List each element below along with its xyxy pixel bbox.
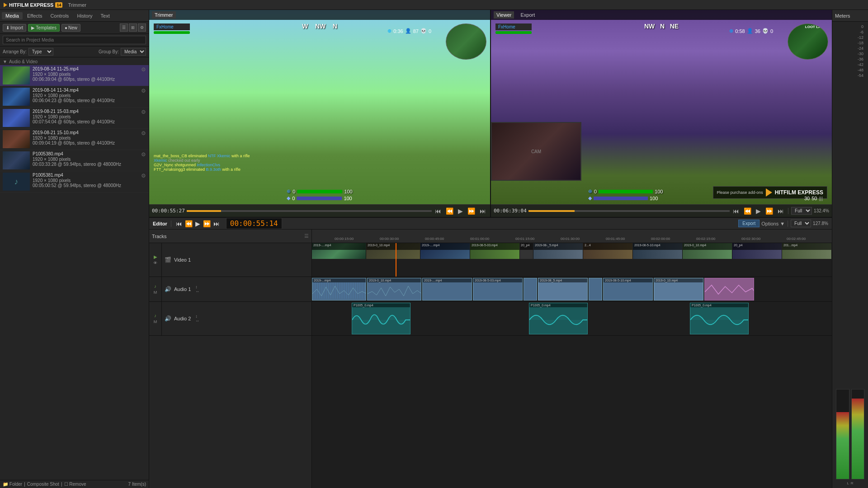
file-info: 2019-08-21 15-03.mp4 868 × 488 pixels …: [33, 109, 138, 124]
step-fwd-btn[interactable]: ⏩: [466, 207, 476, 215]
viewer-play-back[interactable]: ⏮: [731, 207, 741, 215]
import-button[interactable]: ⬇ Import: [3, 24, 26, 32]
file-settings-icon[interactable]: ⚙: [141, 151, 146, 158]
viewer-storm-timer: ⊕0:58 👤36 💀0: [729, 28, 773, 34]
viewer-step-fwd[interactable]: ⏩: [764, 207, 774, 215]
editor-step-fwd[interactable]: ⏩: [202, 220, 212, 227]
view-icons: ☰ ⊞ ⚙: [120, 23, 146, 32]
file-settings-icon[interactable]: ⚙: [141, 130, 146, 136]
viewers: Trimmer FxHome W NW N mat_the_boss_CB e: [149, 10, 832, 218]
play-btn[interactable]: ▶: [457, 207, 464, 215]
audio-clip[interactable]: 2019-...mp4: [312, 278, 366, 300]
viewer-play-end[interactable]: ⏭: [776, 207, 785, 215]
time-mark: 00:00:30:00: [380, 237, 399, 241]
arrange-select[interactable]: TypeName: [28, 48, 53, 56]
audio-clip[interactable]: 2019-....mp4: [422, 278, 472, 300]
export-tab[interactable]: Export: [518, 11, 538, 19]
audio-clip[interactable]: [704, 278, 754, 300]
tracks-menu[interactable]: ☰: [304, 233, 309, 239]
list-view-btn[interactable]: ☰: [120, 23, 128, 32]
file-settings-icon[interactable]: ⚙: [141, 109, 146, 115]
tab-controls[interactable]: Controls: [47, 12, 72, 19]
expand-icon[interactable]: ▼: [3, 59, 7, 64]
filename: P1005380.mp4: [33, 151, 138, 156]
audio2-label-row: 🔊 Audio 2 ↕ ↔: [162, 302, 311, 336]
app-title: HITFILM EXPRESS: [9, 2, 53, 8]
editor-play-end[interactable]: ⏭: [212, 220, 221, 227]
file-thumb: [3, 151, 30, 169]
audio-clip[interactable]: 2019-0_10.mp4: [367, 278, 421, 300]
tab-text[interactable]: Text: [97, 12, 113, 19]
video-track[interactable]: 2019-....mp4 2019-0_10.mp4 2019-....mp4 …: [312, 243, 832, 277]
meter-scale-labels: 0 -6 -12 -18 -24 -30 -36 -42 -48 -54: [835, 24, 863, 78]
file-thumb: [3, 109, 30, 127]
trimmer-timecode: 00:00:55:27: [152, 208, 185, 214]
file-info: P1005380.mp4 868 × 488 pixels 00:03:33…: [33, 151, 138, 167]
audio-clip[interactable]: 2019-08_5.mp4: [538, 278, 588, 300]
left-panel: Media Effects Controls History Text ⬇ Im…: [0, 10, 149, 488]
webcam-overlay: CAM: [491, 122, 581, 181]
clip-label: 2019-....mp4: [312, 243, 366, 250]
file-item[interactable]: 2019-08-14 11-34.mp4 868 × 488 pixels …: [0, 86, 149, 108]
video-track-eye[interactable]: 👁: [153, 261, 157, 265]
options-label[interactable]: Options ▼: [761, 221, 785, 226]
templates-button[interactable]: ▶ Templates: [28, 24, 60, 32]
editor-quality[interactable]: Full: [791, 220, 811, 227]
audio2-track[interactable]: P1005_0.mp4 P1005_0.mp4 P1: [312, 302, 832, 336]
audio-clip[interactable]: [589, 278, 602, 300]
video-track-row: ▶ 👁 🎬 Video 1: [149, 243, 311, 277]
viewer-play[interactable]: ▶: [755, 207, 762, 215]
audio2-clip[interactable]: P1005_0.mp4: [352, 303, 410, 334]
composite-shot-btn[interactable]: Composite Shot: [27, 482, 59, 487]
file-settings-icon[interactable]: ⚙: [141, 173, 146, 179]
search-input[interactable]: [3, 36, 146, 44]
time-mark: 00:01:45:00: [606, 237, 625, 241]
remove-btn[interactable]: ☐ Remove: [64, 482, 86, 487]
panel-tabs: Media Effects Controls History Text: [0, 10, 149, 22]
viewer-tab[interactable]: Viewer: [494, 11, 514, 19]
tab-effects[interactable]: Effects: [24, 12, 46, 19]
play-back-btn[interactable]: ⏮: [434, 207, 443, 215]
file-item[interactable]: 2019-08-14 11-25.mp4 868 × 488 pixels …: [0, 65, 149, 86]
trimmer-controls: 00:00:55:27 ⏮ ⏪ ▶ ⏩ ⏭: [149, 204, 490, 217]
audio-clip[interactable]: 2019-08-5-03.mp4: [473, 278, 523, 300]
group-select[interactable]: MediaNone: [121, 48, 146, 56]
arrange-bar: Arrange By: TypeName Group By: MediaNone: [0, 47, 149, 57]
trimmer-tab[interactable]: Trimmer: [152, 11, 176, 19]
audio1-mute[interactable]: M: [154, 290, 157, 295]
step-back-btn[interactable]: ⏪: [444, 207, 455, 215]
audio1-track[interactable]: 2019-...mp4 2019-0_10.mp4: [312, 277, 832, 302]
file-item[interactable]: 2019-08-21 15-10.mp4 868 × 488 pixels …: [0, 129, 149, 150]
file-settings-icon[interactable]: ⚙: [141, 88, 146, 94]
audio2-mute[interactable]: M: [154, 319, 157, 324]
settings-icon[interactable]: ⚙: [138, 23, 146, 32]
audio2-clip[interactable]: P1005_0.mp4: [529, 303, 588, 334]
play-end-btn[interactable]: ⏭: [478, 207, 487, 215]
file-item[interactable]: 2019-08-21 15-03.mp4 868 × 488 pixels …: [0, 108, 149, 129]
viewer-seekbar[interactable]: [528, 210, 730, 212]
editor-step-back[interactable]: ⏪: [184, 220, 193, 227]
time-mark: 00:00:15:00: [335, 237, 354, 241]
folder-btn[interactable]: 📁 Folder: [3, 482, 22, 487]
audio2-clip[interactable]: P1005_0.mp4: [690, 303, 749, 334]
audio-clip[interactable]: 2019-08-5-10.mp4: [603, 278, 653, 300]
file-item[interactable]: ♪ P1005381.mp4 868 × 488 pixels 00:05:…: [0, 171, 149, 192]
audio-clip[interactable]: [524, 278, 537, 300]
timeline-content[interactable]: 00:00:15:00 00:00:30:00 00:00:45:00 00:0…: [312, 230, 832, 488]
trimmer-header: Trimmer: [149, 10, 490, 20]
viewer-health-bars: ⊕0 100 ◆ 100: [588, 188, 663, 201]
file-settings-icon[interactable]: ⚙: [141, 66, 146, 73]
quality-select[interactable]: FullHalf: [791, 207, 812, 215]
export-button[interactable]: Export: [738, 220, 760, 227]
editor-play[interactable]: ▶: [194, 220, 201, 227]
file-item[interactable]: P1005380.mp4 868 × 488 pixels 00:03:33…: [0, 150, 149, 171]
tab-history[interactable]: History: [73, 12, 96, 19]
audio-clip[interactable]: 2019-0_10.mp4: [654, 278, 703, 300]
db-scale: 0 -6 -12 -18 -24 -30 -36 -42 -48 -54: [858, 24, 863, 78]
trimmer-seekbar[interactable]: [187, 210, 432, 212]
tab-media[interactable]: Media: [2, 12, 23, 19]
editor-play-back[interactable]: ⏮: [175, 220, 183, 227]
new-button[interactable]: ● New: [61, 24, 80, 32]
viewer-step-back[interactable]: ⏪: [742, 207, 753, 215]
grid-view-btn[interactable]: ⊞: [129, 23, 137, 32]
